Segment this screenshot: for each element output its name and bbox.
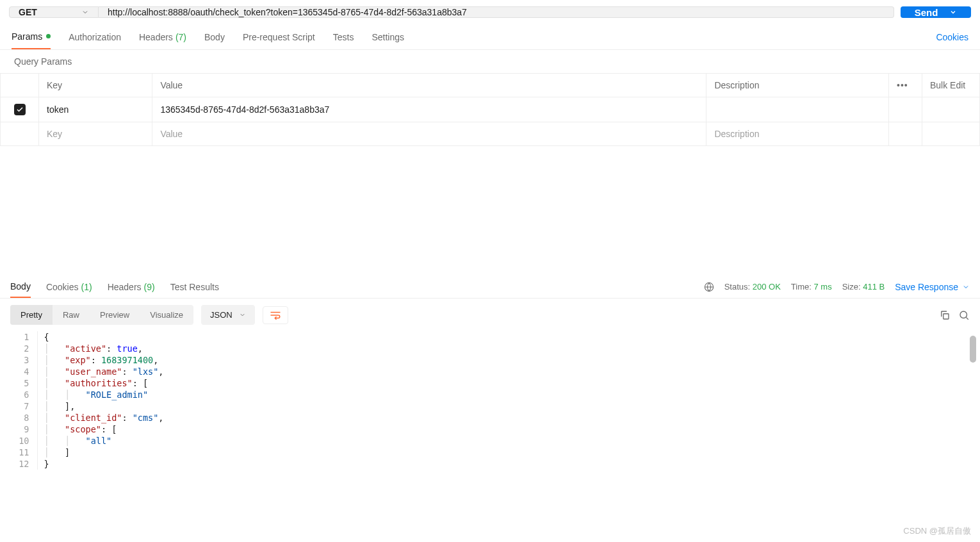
save-response-button[interactable]: Save Response (895, 282, 970, 292)
svg-point-5 (960, 311, 967, 318)
chevron-down-icon (962, 283, 970, 291)
tab-prerequest-script[interactable]: Pre-request Script (243, 24, 315, 49)
tab-tests[interactable]: Tests (333, 24, 354, 49)
view-visualize[interactable]: Visualize (140, 305, 193, 325)
chevron-down-icon (81, 8, 89, 16)
view-preview[interactable]: Preview (90, 305, 140, 325)
param-value-input[interactable]: Value (152, 122, 706, 146)
response-tab-test-results[interactable]: Test Results (170, 275, 219, 298)
watermark: CSDN @孤居自傲 (903, 525, 971, 537)
chevron-down-icon (239, 311, 246, 318)
url-input[interactable]: http://localhost:8888/oauth/check_token?… (99, 6, 894, 18)
param-key-input[interactable]: token (39, 97, 152, 122)
cookies-link[interactable]: Cookies (936, 32, 968, 42)
copy-button[interactable] (939, 309, 951, 321)
table-row: token 1365345d-8765-47d4-8d2f-563a31a8b3… (1, 97, 980, 122)
svg-rect-4 (943, 313, 949, 318)
more-options-button[interactable]: ••• (889, 74, 922, 97)
response-tab-cookies[interactable]: Cookies(1) (46, 275, 92, 298)
col-description: Description (706, 74, 889, 97)
row-checkbox[interactable] (14, 104, 26, 115)
tab-settings[interactable]: Settings (372, 24, 404, 49)
table-row-empty: Key Value Description (1, 122, 980, 146)
scrollbar-thumb[interactable] (970, 336, 976, 363)
bulk-edit-button[interactable]: Bulk Edit (922, 74, 980, 97)
query-params-label: Query Params (0, 50, 980, 73)
tab-authorization[interactable]: Authorization (69, 24, 121, 49)
size-meta: Size: 411 B (842, 282, 885, 292)
view-raw[interactable]: Raw (53, 305, 90, 325)
param-key-input[interactable]: Key (39, 122, 152, 146)
response-tab-body[interactable]: Body (10, 275, 31, 298)
view-pretty[interactable]: Pretty (10, 305, 53, 325)
http-method-select[interactable]: GET (9, 6, 99, 18)
status-meta: Status: 200 OK (724, 282, 781, 292)
param-description-input[interactable] (706, 97, 889, 122)
copy-icon (939, 309, 951, 321)
tab-params[interactable]: Params (12, 24, 51, 49)
url-value: http://localhost:8888/oauth/check_token?… (108, 7, 467, 17)
network-icon[interactable] (704, 282, 714, 292)
tab-headers[interactable]: Headers(7) (139, 24, 186, 49)
param-value-input[interactable]: 1365345d-8765-47d4-8d2f-563a31a8b3a7 (152, 97, 706, 122)
wrap-icon (270, 311, 281, 320)
svg-line-6 (966, 317, 968, 319)
wrap-lines-button[interactable] (263, 306, 288, 324)
response-body-viewer[interactable]: 1{2│ "active": true,3│ "exp": 1683971400… (0, 331, 980, 542)
tab-body[interactable]: Body (204, 24, 225, 49)
http-method-value: GET (19, 7, 37, 17)
chevron-down-icon (949, 8, 957, 16)
send-button[interactable]: Send (901, 6, 971, 18)
response-tab-headers[interactable]: Headers(9) (108, 275, 155, 298)
param-description-input[interactable]: Description (706, 122, 889, 146)
checkbox-header (1, 74, 39, 97)
query-params-table: Key Value Description ••• Bulk Edit toke… (0, 73, 980, 146)
time-meta: Time: 7 ms (791, 282, 832, 292)
modified-dot-icon (46, 34, 51, 38)
col-value: Value (152, 74, 706, 97)
view-mode-pill: Pretty Raw Preview Visualize (10, 305, 193, 325)
search-icon (958, 309, 970, 321)
language-select[interactable]: JSON (201, 305, 255, 325)
col-key: Key (39, 74, 152, 97)
search-button[interactable] (958, 309, 970, 321)
